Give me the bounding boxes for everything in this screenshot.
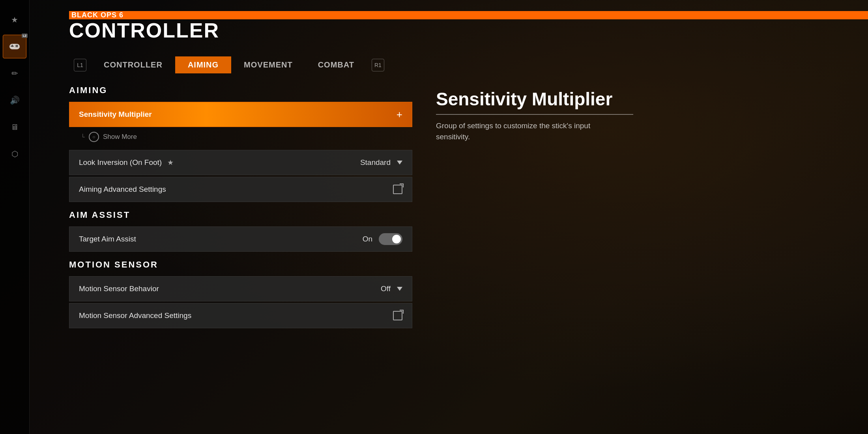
expand-plus-icon: + [397, 108, 402, 121]
info-description: Group of settings to customize the stick… [436, 120, 617, 143]
sensitivity-multiplier-row[interactable]: Sensitivity Multiplier + [69, 102, 412, 127]
svg-point-5 [17, 45, 18, 46]
target-aim-assist-row[interactable]: Target Aim Assist On [69, 226, 412, 252]
sidebar: ★ L2 ✏ 🔊 🖥 [0, 0, 30, 434]
info-title: Sensitivity Multiplier [436, 89, 633, 115]
l1-button[interactable]: L1 [74, 59, 86, 71]
sidebar-item-pencil[interactable]: ✏ [3, 62, 26, 85]
svg-point-3 [16, 45, 17, 46]
svg-rect-0 [9, 44, 20, 49]
game-name: BLACK OPS 6 [69, 11, 868, 19]
aim-assist-section-title: AIM ASSIST [69, 210, 412, 220]
sidebar-item-controller[interactable]: L2 [3, 35, 26, 58]
motion-sensor-advanced-row[interactable]: Motion Sensor Advanced Settings [69, 303, 412, 328]
header: BLACK OPS 6 CONTROLLER [30, 0, 868, 45]
target-aim-assist-value: On [286, 233, 412, 245]
look-inversion-value: Standard [286, 158, 412, 167]
circle-button-icon: ○ [89, 132, 99, 142]
motion-sensor-behavior-value: Off [286, 284, 412, 293]
sidebar-item-speaker[interactable]: 🔊 [3, 88, 26, 112]
main-content: BLACK OPS 6 CONTROLLER L1 CONTROLLER AIM… [30, 0, 868, 434]
look-inversion-label: Look Inversion (On Foot) ★ [69, 158, 286, 167]
sensitivity-multiplier-value: + [286, 108, 412, 121]
nav-tabs: L1 CONTROLLER AIMING MOVEMENT COMBAT R1 [30, 45, 868, 73]
sidebar-item-shield[interactable]: ⬡ [3, 142, 26, 166]
favorite-star-icon[interactable]: ★ [167, 158, 174, 167]
motion-sensor-section-title: MOTION SENSOR [69, 260, 412, 270]
info-panel: Sensitivity Multiplier Group of settings… [436, 85, 868, 434]
aiming-advanced-value [286, 185, 412, 194]
r1-button[interactable]: R1 [372, 59, 384, 71]
aiming-advanced-row[interactable]: Aiming Advanced Settings [69, 177, 412, 202]
motion-external-link-icon [393, 311, 402, 320]
motion-dropdown-chevron-icon [397, 287, 402, 291]
screen-icon: 🖥 [11, 123, 19, 132]
settings-panel: AIMING Sensitivity Multiplier + └ ○ Show… [69, 85, 412, 434]
speaker-icon: 🔊 [10, 95, 20, 105]
tab-combat[interactable]: COMBAT [305, 56, 367, 73]
motion-sensor-advanced-label: Motion Sensor Advanced Settings [69, 311, 286, 320]
toggle-knob [392, 235, 401, 243]
tab-movement[interactable]: MOVEMENT [231, 56, 305, 73]
target-aim-assist-label: Target Aim Assist [69, 235, 286, 243]
corner-icon: └ [81, 134, 85, 140]
show-more-row[interactable]: └ ○ Show More [69, 129, 412, 145]
game-logo: BLACK OPS 6 CONTROLLER [69, 11, 868, 41]
page-title: CONTROLLER [69, 20, 868, 41]
look-inversion-row[interactable]: Look Inversion (On Foot) ★ Standard [69, 150, 412, 175]
pencil-icon: ✏ [11, 69, 18, 78]
motion-sensor-advanced-value [286, 311, 412, 320]
sidebar-item-star[interactable]: ★ [3, 8, 26, 32]
sidebar-item-screen[interactable]: 🖥 [3, 115, 26, 139]
sensitivity-multiplier-label: Sensitivity Multiplier [69, 110, 286, 119]
external-link-icon [393, 185, 402, 194]
tab-controller[interactable]: CONTROLLER [91, 56, 175, 73]
svg-point-6 [16, 46, 17, 47]
tab-aiming[interactable]: AIMING [175, 56, 231, 73]
svg-point-4 [17, 46, 18, 47]
aim-assist-toggle[interactable] [379, 233, 402, 245]
motion-sensor-behavior-row[interactable]: Motion Sensor Behavior Off [69, 276, 412, 301]
l2-badge: L2 [22, 34, 28, 38]
show-more-label: Show More [103, 133, 137, 141]
controller-icon [9, 41, 21, 52]
motion-sensor-behavior-label: Motion Sensor Behavior [69, 284, 286, 293]
aiming-section-title: AIMING [69, 85, 412, 95]
settings-area: AIMING Sensitivity Multiplier + └ ○ Show… [30, 73, 868, 434]
svg-rect-2 [11, 46, 14, 47]
star-icon: ★ [11, 15, 18, 24]
dropdown-chevron-icon [397, 161, 402, 165]
shield-icon: ⬡ [11, 149, 18, 159]
aiming-advanced-label: Aiming Advanced Settings [69, 185, 286, 194]
